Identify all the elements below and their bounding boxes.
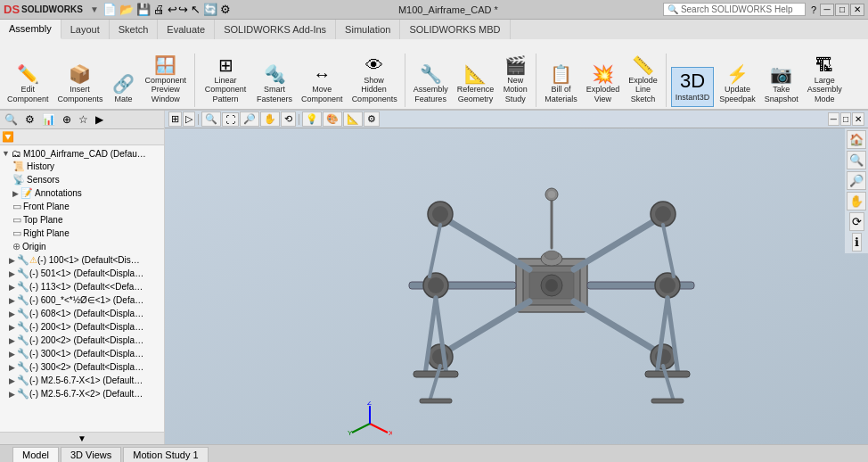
smart-fasteners-button[interactable]: 🔩 SmartFasteners — [253, 62, 296, 107]
mate-button[interactable]: 🔗 Mate — [108, 72, 140, 107]
reference-geometry-button[interactable]: 📐 ReferenceGeometry — [454, 62, 498, 107]
component-icon-300-2: 🔧 — [17, 361, 29, 373]
exploded-view-button[interactable]: 💥 ExplodedView — [583, 62, 624, 107]
new-motion-button[interactable]: 🎬 NewMotionStudy — [499, 54, 531, 107]
rebuild-icon[interactable]: 🔄 — [203, 3, 217, 16]
assembly-features-button[interactable]: 🔧 AssemblyFeatures — [410, 62, 452, 107]
linear-pattern-button[interactable]: ⊞ Linear ComponentPattern — [200, 54, 251, 107]
minimize-button[interactable]: ─ — [820, 4, 834, 16]
help-icon[interactable]: ? — [811, 4, 816, 15]
maximize-button[interactable]: □ — [835, 4, 849, 16]
vp-rt-zoom-in[interactable]: 🔍 — [847, 151, 866, 169]
vp-rt-rotate[interactable]: ⟳ — [849, 212, 864, 231]
update-speedpak-button[interactable]: ⚡ UpdateSpeedpak — [716, 62, 759, 107]
component-preview-icon: 🪟 — [154, 56, 176, 74]
vp-window-close[interactable]: ✕ — [852, 112, 864, 126]
tree-item-600[interactable]: ▶ 🔧 (-) 600_*<*½Ø∈<1> (Default<D — [0, 293, 164, 307]
vp-zoom-select[interactable]: 🔎 — [240, 111, 259, 127]
menu-arrow[interactable]: ▼ — [90, 4, 99, 14]
vp-rt-pan[interactable]: ✋ — [847, 192, 866, 210]
tree-item-root[interactable]: ▼ 🗂 M100_Airframe_CAD (Default<Disp — [0, 147, 164, 160]
vp-rt-home[interactable]: 🏠 — [847, 130, 866, 149]
new-motion-icon: 🎬 — [504, 56, 527, 74]
close-button[interactable]: ✕ — [850, 4, 864, 16]
vp-settings-btn[interactable]: ⚙ — [364, 111, 380, 127]
component-preview-button[interactable]: 🪟 ComponentPreviewWindow — [142, 54, 191, 107]
tree-star-btn[interactable]: ☆ — [76, 112, 91, 127]
vp-zoom-btn[interactable]: ⊞ — [168, 111, 182, 127]
smart-fasteners-icon: 🔩 — [264, 65, 286, 83]
tree-item-200-1[interactable]: ▶ 🔧 (-) 200<1> (Default<Display Stat — [0, 320, 164, 334]
tab-mbd[interactable]: SOLIDWORKS MBD — [400, 20, 510, 39]
tree-search-btn[interactable]: 🔍 — [2, 112, 20, 127]
scroll-down-icon[interactable]: ▼ — [78, 433, 86, 443]
large-assembly-button[interactable]: 🏗 LargeAssemblyMode — [804, 54, 846, 107]
tree-item-sensors[interactable]: 📡 Sensors — [0, 173, 164, 186]
tree-item-origin[interactable]: ⊕ Origin — [0, 240, 164, 253]
vp-appearance-btn[interactable]: 🎨 — [323, 111, 342, 127]
vp-section-btn[interactable]: 📐 — [343, 111, 363, 127]
edit-component-button[interactable]: ✏️ EditComponent — [4, 62, 53, 107]
tab-motion-study[interactable]: Motion Study 1 — [123, 447, 208, 463]
tree-item-right-plane[interactable]: ▭ Right Plane — [0, 227, 164, 240]
vp-rt-zoom-out[interactable]: 🔎 — [847, 171, 866, 190]
vp-window-min[interactable]: ─ — [828, 112, 839, 126]
tree-item-100[interactable]: ▶ 🔧 ⚠ (-) 100<1> (Default<Display — [0, 253, 164, 267]
new-icon[interactable]: 📄 — [102, 3, 117, 16]
redo-icon[interactable]: ↪ — [178, 3, 188, 16]
svg-text:Y: Y — [348, 429, 353, 437]
take-snapshot-button[interactable]: 📷 TakeSnapshot — [761, 62, 802, 107]
ribbon-tabs: Assembly Layout Sketch Evaluate SOLIDWOR… — [0, 20, 868, 39]
vp-rt-properties[interactable]: ℹ — [852, 233, 862, 252]
vp-fit-btn[interactable]: ⛶ — [222, 112, 239, 127]
pointer-icon[interactable]: ↖ — [191, 3, 201, 16]
tree-add-btn[interactable]: ⊕ — [60, 112, 74, 127]
tree-item-300-2[interactable]: ▶ 🔧 (-) 300<2> (Default<Display Stat — [0, 360, 164, 374]
undo-icon[interactable]: ↩ — [168, 3, 177, 16]
tree-item-200-2[interactable]: ▶ 🔧 (-) 200<2> (Default<Display Stat — [0, 334, 164, 347]
drone-svg — [364, 143, 739, 428]
vp-window-max[interactable]: □ — [840, 112, 851, 126]
vp-pan-btn[interactable]: ✋ — [260, 111, 280, 127]
tree-item-history[interactable]: 📜 History — [0, 160, 164, 173]
tree-item-300-1[interactable]: ▶ 🔧 (-) 300<1> (Default<Display Stat — [0, 347, 164, 360]
tree-item-608[interactable]: ▶ 🔧 (-) 608<1> (Default<Display Stat — [0, 307, 164, 320]
save-icon[interactable]: 💾 — [136, 3, 151, 16]
vp-play-btn[interactable]: ▷ — [183, 111, 195, 127]
tab-layout[interactable]: Layout — [61, 20, 110, 39]
tab-sketch[interactable]: Sketch — [110, 20, 159, 39]
tree-filter-btn[interactable]: ⚙ — [22, 112, 37, 127]
svg-point-12 — [428, 277, 444, 293]
drone-viewport — [364, 143, 739, 430]
print-icon[interactable]: 🖨 — [153, 3, 165, 16]
tab-addins[interactable]: SOLIDWORKS Add-Ins — [215, 20, 336, 39]
tree-item-113[interactable]: ▶ 🔧 (-) 113<1> (Default<<Default>_E — [0, 280, 164, 293]
tab-evaluate[interactable]: Evaluate — [158, 20, 215, 39]
insert-components-button[interactable]: 📦 InsertComponents — [54, 62, 106, 107]
tree-item-front-plane[interactable]: ▭ Front Plane — [0, 200, 164, 213]
vp-display-btn[interactable]: 💡 — [302, 111, 322, 127]
options-icon[interactable]: ⚙ — [220, 3, 231, 16]
move-component-button[interactable]: ↔️ MoveComponent — [298, 62, 347, 107]
tab-assembly[interactable]: Assembly — [0, 20, 61, 39]
tab-simulation[interactable]: Simulation — [336, 20, 400, 39]
show-hidden-button[interactable]: 👁 ShowHiddenComponents — [348, 54, 400, 107]
tree-item-m25-x2[interactable]: ▶ 🔧 (-) M2.5-6.7-X<2> (Default<<De — [0, 387, 164, 400]
explode-line-button[interactable]: 📏 ExplodeLineSketch — [625, 54, 661, 107]
tab-3d-views[interactable]: 3D Views — [61, 447, 121, 463]
vp-rotate-btn[interactable]: ⟲ — [281, 111, 296, 127]
vp-view-btn[interactable]: 🔍 — [201, 111, 221, 127]
bill-of-materials-button[interactable]: 📋 Bill ofMaterials — [541, 62, 581, 107]
tree-item-501[interactable]: ▶ 🔧 (-) 501<1> (Default<Display Stat — [0, 267, 164, 280]
open-icon[interactable]: 📂 — [119, 3, 134, 16]
tree-item-top-plane[interactable]: ▭ Top Plane — [0, 213, 164, 227]
tree-collapse-btn[interactable]: 📊 — [39, 112, 58, 127]
tab-model[interactable]: Model — [12, 447, 59, 463]
tree-item-annotations[interactable]: ▶ 📝 Annotations — [0, 186, 164, 200]
instant3d-button[interactable]: 3D Instant3D — [671, 67, 715, 107]
component-icon-200-2: 🔧 — [17, 334, 29, 346]
tree-expand-btn[interactable]: ▶ — [93, 112, 106, 127]
search-bar[interactable]: 🔍 Search SOLIDWORKS Help — [663, 3, 806, 16]
tree-item-m25-x1[interactable]: ▶ 🔧 (-) M2.5-6.7-X<1> (Default<<De — [0, 374, 164, 387]
viewport[interactable]: ⊞ ▷ 🔍 ⛶ 🔎 ✋ ⟲ 💡 🎨 📐 ⚙ ─ □ ✕ — [165, 111, 868, 444]
